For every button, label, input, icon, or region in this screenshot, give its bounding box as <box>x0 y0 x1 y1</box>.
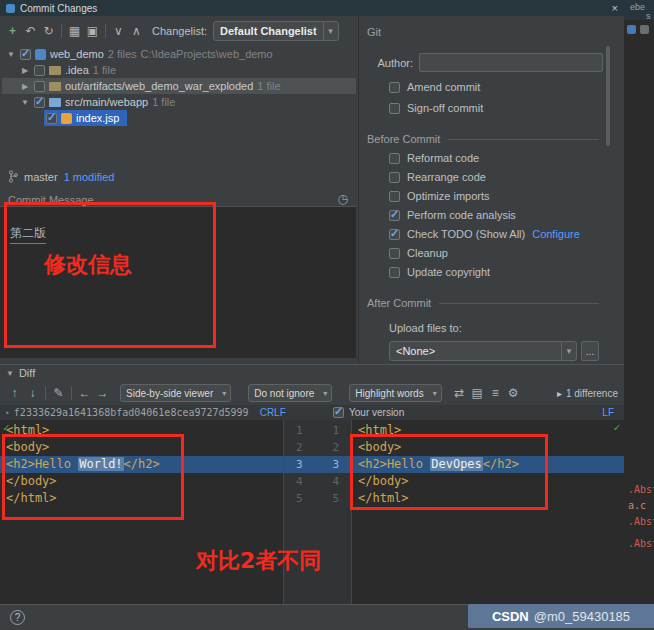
tree-row-idea[interactable]: ▶ .idea 1 file <box>2 62 356 78</box>
tree-row-out-artifacts[interactable]: ▶ out/artifacts/web_demo_war_exploded 1 … <box>2 78 356 94</box>
previous-difference-icon[interactable]: ↑ <box>6 384 23 402</box>
checkbox-check-todo[interactable] <box>389 229 400 240</box>
tree-row-web-demo[interactable]: ▼ web_demo 2 files C:\IdeaProjects\web_d… <box>2 46 356 62</box>
whitespace-icon[interactable]: ▤ <box>469 384 486 402</box>
selected-row-highlight: index.jsp <box>44 110 127 126</box>
author-input[interactable] <box>419 53 603 72</box>
upload-target-combobox[interactable]: <None> ▾ <box>389 341 577 361</box>
next-file-icon[interactable]: → <box>94 384 111 402</box>
difference-count-label: 1 difference <box>566 388 618 399</box>
jsp-file-icon <box>61 113 72 124</box>
checkbox-perform-code-analysis[interactable] <box>389 210 400 221</box>
highlight-mode-combobox[interactable]: Highlight words ▾ <box>349 384 441 402</box>
viewer-mode-combobox[interactable]: Side-by-side viewer ▾ <box>120 384 231 402</box>
chevron-closed-icon[interactable]: ▶ <box>20 82 30 91</box>
your-version-row: Your version <box>333 407 404 418</box>
tree-row-src-main-webapp[interactable]: ▼ src/main/webapp 1 file <box>2 94 356 110</box>
tree-node-path: C:\IdeaProjects\web_demo <box>141 48 273 60</box>
branch-name[interactable]: master <box>24 171 58 183</box>
checkbox-src-main-webapp[interactable] <box>34 97 45 108</box>
difference-count: ▸ 1 difference <box>557 388 618 399</box>
next-difference-icon[interactable]: ↓ <box>24 384 41 402</box>
dialog-titlebar: Commit Changes × <box>0 0 624 16</box>
separator-line <box>439 303 599 304</box>
annotation-box-left-code <box>2 434 184 520</box>
annotation-text-diff: 对比2者不同 <box>196 546 321 576</box>
checkbox-cleanup[interactable] <box>389 248 400 259</box>
scrollbar-thumb[interactable] <box>606 46 610 146</box>
option-perform-code-analysis[interactable]: Perform code analysis <box>389 209 611 221</box>
diff-toolbar: ↑ ↓ ✎ ← → Side-by-side viewer ▾ Do not i… <box>0 381 624 405</box>
changelist-label: Changelist: <box>152 25 207 37</box>
gutter-line: 4 4 <box>284 473 351 490</box>
option-rearrange-code[interactable]: Rearrange code <box>389 171 611 183</box>
ignore-policy-combobox[interactable]: Do not ignore ▾ <box>248 384 332 402</box>
checkbox-web-demo[interactable] <box>20 49 31 60</box>
checkbox-optimize-imports[interactable] <box>389 191 400 202</box>
configure-link[interactable]: Configure <box>532 228 580 240</box>
upload-target-value: <None> <box>390 345 441 357</box>
chevron-open-icon[interactable]: ▼ <box>20 98 30 107</box>
git-panel-title: Git <box>367 26 611 38</box>
upload-files-label: Upload files to: <box>389 322 611 334</box>
chevron-down-icon: ▾ <box>323 22 338 40</box>
checkbox-update-copyright[interactable] <box>389 267 400 278</box>
edit-icon[interactable]: ✎ <box>50 384 67 402</box>
checkbox-out-artifacts[interactable] <box>34 81 45 92</box>
gutter-line: 1 1 <box>284 422 351 439</box>
expand-all-icon[interactable]: ∨ <box>110 22 127 40</box>
inspection-ok-icon: ✓ <box>3 421 10 434</box>
option-reformat-code[interactable]: Reformat code <box>389 152 611 164</box>
collapse-unchanged-icon[interactable]: ≡ <box>487 384 504 402</box>
chevron-down-icon: ▾ <box>429 389 441 398</box>
tree-node-name: web_demo <box>50 48 104 60</box>
message-history-icon[interactable]: ◷ <box>338 192 348 206</box>
tree-row-index-jsp[interactable]: index.jsp <box>2 110 356 126</box>
group-by-icon[interactable]: ▣ <box>84 22 101 40</box>
changelist-combobox[interactable]: Default Changelist ▾ <box>213 21 339 41</box>
option-optimize-imports[interactable]: Optimize imports <box>389 190 611 202</box>
toolbar-separator <box>105 24 106 38</box>
rollback-icon[interactable]: ↶ <box>22 22 39 40</box>
amend-commit-row[interactable]: Amend commit <box>389 81 611 93</box>
show-diff-icon[interactable]: ▦ <box>66 22 83 40</box>
checkbox-reformat-code[interactable] <box>389 153 400 164</box>
gear-icon[interactable]: ⚙ <box>505 384 522 402</box>
refresh-icon[interactable]: ↻ <box>40 22 57 40</box>
checkbox-idea[interactable] <box>34 65 45 76</box>
swap-sides-icon[interactable]: ⇄ <box>451 384 468 402</box>
option-update-copyright[interactable]: Update copyright <box>389 266 611 278</box>
line-number: 1 <box>332 422 339 439</box>
line-number: 5 <box>296 490 303 507</box>
add-icon[interactable]: + <box>4 22 21 40</box>
left-line-ending[interactable]: CRLF <box>260 407 286 418</box>
checkbox-signoff-commit[interactable] <box>389 103 400 114</box>
tree-node-name: out/artifacts/web_demo_war_exploded <box>65 80 253 92</box>
chevron-open-icon[interactable]: ▼ <box>6 50 16 59</box>
collapse-all-icon[interactable]: ∧ <box>128 22 145 40</box>
right-line-ending[interactable]: LF <box>602 407 614 418</box>
browse-button[interactable]: ... <box>581 341 599 361</box>
checkbox-your-version[interactable] <box>333 407 344 418</box>
option-label: Optimize imports <box>407 190 490 202</box>
modified-count[interactable]: 1 modified <box>64 171 115 183</box>
option-check-todo[interactable]: Check TODO (Show All) Configure <box>389 228 611 240</box>
diff-header[interactable]: ▼ Diff <box>0 365 624 381</box>
chevron-down-icon: ▾ <box>561 342 576 360</box>
checkbox-index-jsp[interactable] <box>46 113 57 124</box>
checkbox-rearrange-code[interactable] <box>389 172 400 183</box>
help-icon[interactable]: ? <box>10 610 25 625</box>
option-cleanup[interactable]: Cleanup <box>389 247 611 259</box>
checkbox-amend-commit[interactable] <box>389 82 400 93</box>
annotation-box-right-code <box>350 434 548 510</box>
previous-file-icon[interactable]: ← <box>76 384 93 402</box>
option-label: Reformat code <box>407 152 479 164</box>
inspection-ok-icon: ✓ <box>613 421 620 434</box>
signoff-commit-row[interactable]: Sign-off commit <box>389 102 611 114</box>
your-version-label: Your version <box>349 407 404 418</box>
chevron-open-icon[interactable]: ▼ <box>6 369 14 378</box>
tree-node-name: src/main/webapp <box>65 96 148 108</box>
chevron-closed-icon[interactable]: ▶ <box>20 66 30 75</box>
close-icon[interactable]: × <box>612 3 618 14</box>
toolbar-separator <box>45 386 46 400</box>
